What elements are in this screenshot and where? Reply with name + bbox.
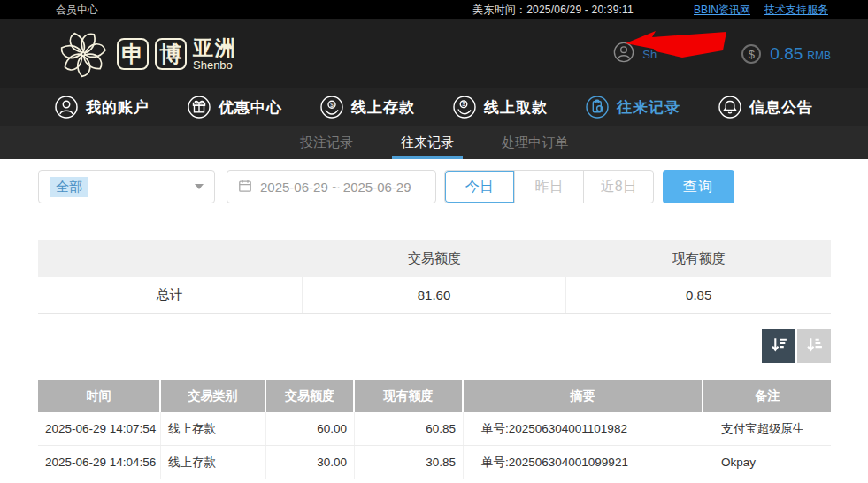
nav-item-deposit[interactable]: $ 线上存款 (320, 96, 415, 119)
withdraw-icon: $ (453, 96, 476, 119)
summary-total-label: 总计 (38, 277, 303, 313)
cell-amount: 60.00 (266, 412, 355, 445)
records-header-row: 时间 交易类别 交易额度 现有额度 摘要 备注 (38, 380, 831, 412)
member-center-label: 会员中心 (56, 3, 98, 18)
logo-region-cn: 亚洲 (193, 38, 237, 58)
bell-icon (718, 96, 741, 119)
balance-display[interactable]: 0.85 RMB (770, 44, 831, 64)
summary-header-transaction: 交易额度 (303, 240, 567, 277)
col-header-time: 时间 (38, 380, 161, 412)
table-row: 2025-06-29 14:07:54 线上存款 60.00 60.85 单号:… (38, 412, 831, 446)
cell-remarks: 支付宝超级原生 (703, 412, 832, 445)
red-annotation-arrow (626, 28, 730, 64)
tech-support-link[interactable]: 技术支持服务 (764, 3, 828, 18)
col-header-amount: 交易额度 (266, 380, 355, 412)
last-8-days-button[interactable]: 近8日 (584, 171, 653, 203)
summary-header-empty (38, 240, 303, 277)
nav-item-promotions[interactable]: 优惠中心 (188, 96, 282, 119)
svg-text:$: $ (330, 102, 334, 108)
sort-descending-icon (770, 335, 788, 356)
username-text: Sh (642, 48, 657, 61)
type-dropdown-selected: 全部 (50, 177, 88, 197)
records-table: 时间 交易类别 交易额度 现有额度 摘要 备注 2025-06-29 14:07… (38, 380, 831, 479)
nav-item-records[interactable]: 往来记录 (586, 96, 680, 119)
tab-processing-orders[interactable]: 处理中订单 (493, 126, 577, 159)
cell-type: 线上存款 (161, 412, 266, 445)
header-right: Sh $ 0.85 RMB (613, 42, 831, 66)
col-header-summary: 摘要 (464, 380, 703, 412)
dollar-icon: $ (741, 44, 761, 64)
brand-logo[interactable]: 申 博 亚洲 Shenbo (56, 27, 237, 81)
summary-balance-total: 0.85 (566, 277, 831, 313)
svg-text:$: $ (462, 101, 465, 107)
eastern-time-label: 美东时间：2025/06/29 - 20:39:11 (472, 3, 634, 18)
top-strip: 会员中心 美东时间：2025/06/29 - 20:39:11 BBIN资讯网 … (0, 0, 868, 19)
quick-range-group: 今日 昨日 近8日 (444, 170, 654, 203)
col-header-balance: 现有额度 (355, 380, 464, 412)
sort-controls (38, 329, 831, 363)
records-icon (586, 96, 609, 119)
nav-item-withdraw[interactable]: $ 线上取款 (453, 96, 548, 119)
cell-balance: 30.85 (355, 446, 464, 479)
balance-currency: RMB (807, 50, 831, 62)
date-range-text: 2025-06-29 ~ 2025-06-29 (260, 180, 411, 195)
chevron-down-icon (195, 184, 204, 189)
cell-type: 线上存款 (161, 446, 266, 479)
col-header-type: 交易类别 (161, 380, 266, 412)
section-divider (38, 218, 831, 219)
sort-ascending-icon (805, 335, 824, 356)
sub-nav: 投注记录 往来记录 处理中订单 (0, 126, 868, 159)
cell-time: 2025-06-29 14:04:56 (38, 446, 161, 479)
cell-summary: 单号:202506304001099921 (464, 446, 703, 479)
summary-transaction-total: 81.60 (303, 277, 567, 313)
cell-time: 2025-06-29 14:07:54 (38, 412, 161, 445)
user-avatar-icon (613, 42, 634, 66)
nav-item-announcements[interactable]: 信息公告 (718, 96, 813, 119)
tab-betting-records[interactable]: 投注记录 (291, 126, 362, 159)
table-row: 2025-06-29 14:04:56 线上存款 30.00 30.85 单号:… (38, 446, 831, 479)
main-content: 全部 2025-06-29 ~ 2025-06-29 今日 昨日 近8日 查询 … (0, 159, 868, 479)
col-header-remarks: 备注 (703, 380, 832, 412)
main-nav: 我的账户 优惠中心 $ 线上存款 (0, 88, 868, 126)
site-header: 申 博 亚洲 Shenbo Sh $ 0.85 (0, 19, 868, 88)
summary-table: 交易额度 现有额度 总计 81.60 0.85 (38, 240, 831, 314)
sort-descending-button[interactable] (762, 329, 795, 363)
cell-summary: 单号:202506304001101982 (464, 412, 703, 445)
logo-char-shen: 申 (117, 38, 149, 70)
search-button[interactable]: 查询 (663, 170, 734, 203)
logo-region: 亚洲 Shenbo (193, 38, 237, 71)
type-dropdown[interactable]: 全部 (38, 170, 215, 203)
filter-row: 全部 2025-06-29 ~ 2025-06-29 今日 昨日 近8日 查询 (38, 170, 831, 203)
tab-transaction-records[interactable]: 往来记录 (392, 126, 463, 159)
gift-icon (188, 96, 211, 119)
cell-remarks: Okpay (703, 446, 832, 479)
logo-region-en: Shenbo (193, 59, 237, 71)
flower-logo-icon (56, 27, 111, 81)
nav-item-my-account[interactable]: 我的账户 (55, 96, 150, 119)
user-account-area[interactable]: Sh (613, 42, 741, 66)
summary-header-row: 交易额度 现有额度 (38, 240, 831, 277)
cell-balance: 60.85 (355, 412, 464, 445)
deposit-icon: $ (320, 96, 343, 119)
cell-amount: 30.00 (266, 446, 355, 479)
balance-amount: 0.85 (770, 44, 803, 64)
sort-ascending-button[interactable] (797, 329, 831, 363)
summary-header-balance: 现有额度 (566, 240, 831, 277)
date-range-picker[interactable]: 2025-06-29 ~ 2025-06-29 (227, 170, 436, 203)
summary-total-row: 总计 81.60 0.85 (38, 277, 831, 314)
logo-char-bo: 博 (155, 38, 187, 70)
today-button[interactable]: 今日 (445, 171, 515, 203)
calendar-icon (238, 179, 252, 196)
user-icon (55, 96, 78, 119)
yesterday-button[interactable]: 昨日 (515, 171, 585, 203)
bbin-news-link[interactable]: BBIN资讯网 (694, 3, 750, 18)
